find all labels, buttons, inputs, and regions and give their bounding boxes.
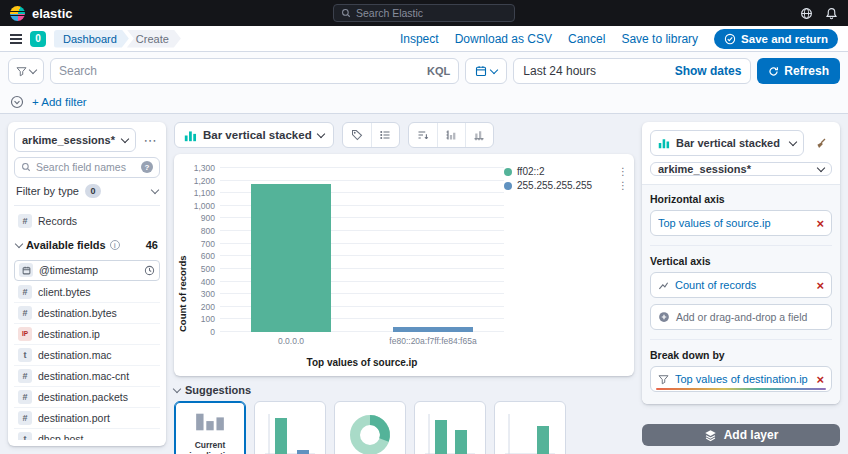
legend-more-icon[interactable]: ⋮ — [618, 166, 628, 177]
legend-more-icon[interactable]: ⋮ — [618, 180, 628, 191]
globe-icon[interactable] — [800, 7, 813, 20]
data-view-picker[interactable]: arkime_sessions* — [14, 128, 136, 152]
horizontal-axis-label: Horizontal axis — [650, 193, 832, 205]
chevron-down-icon — [121, 134, 129, 142]
space-avatar[interactable]: 0 — [30, 31, 46, 47]
layer-data-view-picker[interactable]: arkime_sessions* — [650, 162, 832, 176]
save-to-library-button[interactable]: Save to library — [621, 32, 698, 46]
global-search-input[interactable] — [356, 7, 507, 19]
vertical-axis-dimension[interactable]: Count of records × — [650, 272, 832, 298]
breakdown-dimension[interactable]: Top values of destination.ip × — [650, 366, 832, 392]
add-filter-link[interactable]: + Add filter — [32, 96, 87, 108]
records-field-item[interactable]: # Records — [14, 211, 160, 232]
saved-query-menu-button[interactable] — [8, 58, 44, 84]
suggestion-card-donut[interactable] — [334, 401, 406, 454]
plot-area — [220, 168, 504, 332]
suggestions-section: Suggestions Current visualization — [174, 384, 634, 446]
layer-chart-type-picker[interactable]: Bar vertical stacked — [650, 130, 804, 156]
field-name: destination.ip — [38, 328, 156, 340]
legend-item[interactable]: 255.255.255.255⋮ — [504, 180, 628, 191]
field-item[interactable]: @timestamp — [14, 260, 160, 281]
main-content: arkime_sessions* ⋯ ? Filter by type 0 # … — [0, 114, 848, 454]
suggestion-card-current[interactable]: Current visualization — [174, 401, 246, 454]
field-item[interactable]: tdestination.mac — [14, 345, 160, 366]
layer-panel: Bar vertical stacked arkime_sessions* Ho… — [642, 122, 840, 404]
data-view-menu-icon[interactable]: ⋯ — [140, 130, 160, 150]
global-search[interactable] — [333, 4, 515, 22]
value-labels-icon[interactable] — [343, 123, 371, 147]
save-and-return-button[interactable]: Save and return — [714, 29, 838, 49]
filter-by-type-button[interactable]: Filter by type 0 — [14, 183, 160, 200]
workspace-toolbar: Bar vertical stacked — [174, 122, 634, 148]
field-item[interactable]: #destination.mac-cnt — [14, 366, 160, 387]
vertical-axis-label: Vertical axis — [650, 255, 832, 267]
info-icon[interactable]: i — [110, 240, 120, 250]
legend-color-dot — [504, 168, 512, 176]
time-range-value[interactable]: Last 24 hours — [523, 64, 596, 78]
time-range-picker[interactable]: Last 24 hours Show dates — [513, 58, 751, 84]
elastic-home-link[interactable]: elastic — [10, 6, 72, 21]
dimension-label[interactable]: Top values of source.ip — [658, 217, 810, 229]
remove-dimension-icon[interactable]: × — [816, 217, 824, 230]
legend-color-dot — [504, 182, 512, 190]
field-item[interactable]: IPdestination.ip — [14, 324, 160, 345]
kql-language-button[interactable]: KQL — [427, 65, 450, 77]
x-axis-title: Top values of source.ip — [220, 357, 504, 368]
field-item[interactable]: #destination.port — [14, 408, 160, 429]
legend-item[interactable]: ff02::2⋮ — [504, 166, 628, 177]
available-fields-label: Available fields — [26, 239, 106, 251]
divider — [14, 205, 160, 206]
check-circle-icon — [724, 33, 736, 45]
remove-dimension-icon[interactable]: × — [816, 373, 824, 386]
show-dates-button[interactable]: Show dates — [675, 64, 742, 78]
horizontal-axis-dimension[interactable]: Top values of source.ip × — [650, 210, 832, 236]
suggestion-card-bar[interactable] — [254, 401, 326, 454]
field-search-info-icon[interactable]: ? — [141, 161, 153, 173]
suggestions-toggle[interactable]: Suggestions — [174, 384, 251, 396]
notifications-icon[interactable] — [825, 7, 838, 20]
available-fields-header[interactable]: Available fields i 46 — [14, 237, 160, 254]
filter-options-icon[interactable] — [10, 95, 24, 109]
bottom-axis-icon[interactable] — [465, 123, 493, 147]
refresh-button[interactable]: Refresh — [757, 58, 840, 84]
download-csv-button[interactable]: Download as CSV — [455, 32, 552, 46]
date-quick-select-button[interactable] — [465, 58, 507, 84]
bar-segment[interactable] — [393, 327, 473, 332]
menu-icon[interactable] — [10, 34, 22, 44]
remove-dimension-icon[interactable]: × — [816, 279, 824, 292]
clear-layer-icon[interactable] — [808, 131, 832, 155]
field-item[interactable]: #destination.packets — [14, 387, 160, 408]
labels-legend-group — [342, 122, 400, 148]
add-field-button[interactable]: Add or drag-and-drop a field — [650, 304, 832, 330]
field-type-icon: # — [18, 285, 32, 299]
breakdown-label: Break down by — [650, 349, 832, 361]
bar-segment[interactable] — [251, 184, 331, 332]
field-item[interactable]: tdhcp.host — [14, 429, 160, 440]
search-icon — [21, 162, 31, 172]
current-viz-label: Current visualization — [179, 440, 241, 454]
chart-type-switcher[interactable]: Bar vertical stacked — [174, 122, 334, 148]
time-filter-icon[interactable] — [144, 265, 155, 276]
visualization-panel[interactable]: Count of records 01002003004005006007008… — [174, 154, 634, 376]
sort-icon[interactable] — [409, 123, 437, 147]
field-search-input[interactable] — [36, 161, 136, 173]
add-layer-button[interactable]: Add layer — [642, 424, 840, 446]
field-item[interactable]: #client.bytes — [14, 282, 160, 303]
dimension-label[interactable]: Top values of destination.ip — [675, 373, 810, 385]
y-tick-label: 1,300 — [194, 163, 215, 173]
bar-chart-icon — [658, 137, 670, 149]
y-tick-label: 900 — [201, 213, 215, 223]
legend-settings-icon[interactable] — [371, 123, 399, 147]
breadcrumb-dashboard[interactable]: Dashboard — [54, 30, 129, 48]
query-input[interactable] — [59, 64, 421, 78]
dimension-label[interactable]: Count of records — [675, 279, 810, 291]
left-axis-icon[interactable] — [437, 123, 465, 147]
inspect-button[interactable]: Inspect — [400, 32, 439, 46]
suggestion-card-bar-right[interactable] — [494, 401, 566, 454]
suggestion-card-bars2[interactable] — [414, 401, 486, 454]
field-name: destination.packets — [38, 391, 156, 403]
bars2-preview-icon — [421, 407, 479, 454]
field-item[interactable]: #destination.bytes — [14, 303, 160, 324]
lens-editor: elastic 0 Dashboard Create Inspect Downl… — [0, 0, 848, 454]
cancel-button[interactable]: Cancel — [568, 32, 605, 46]
